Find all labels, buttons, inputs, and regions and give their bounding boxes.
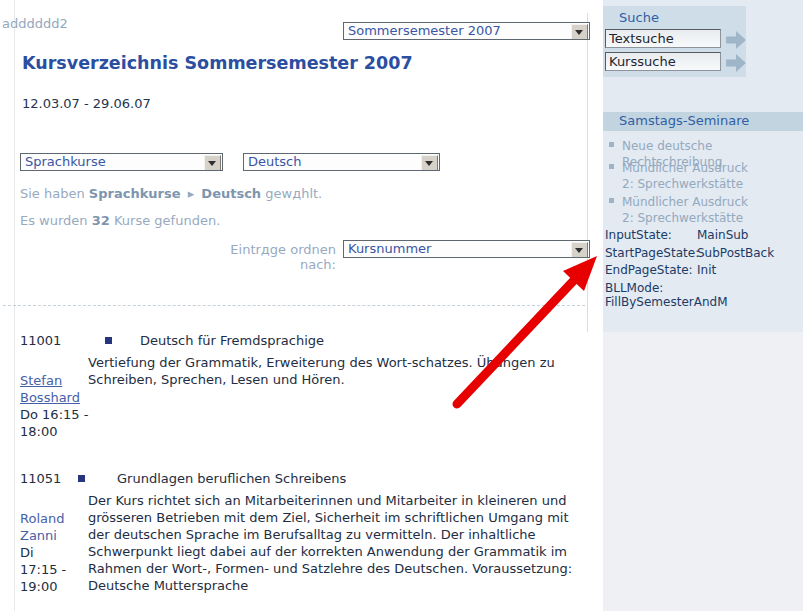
debug-label: StartPageState: — [605, 246, 697, 260]
dropdown-arrow-icon[interactable] — [421, 155, 438, 171]
selection-note: Sie haben Sprachkurse ▸ Deutsch gewдhlt. — [20, 186, 322, 201]
top-left-text: adddddd2 — [2, 16, 68, 31]
seminar-item[interactable]: Mündlicher Ausdruck 2: Sprechwerkstätte — [622, 194, 762, 226]
subcategory-select[interactable]: Deutsch — [243, 153, 440, 171]
sort-select-value: Kursnummer — [348, 241, 431, 256]
course-time-line: Do 16:15 - — [20, 406, 88, 423]
category-select-value: Sprachkurse — [25, 154, 106, 169]
instructor-last-name[interactable]: Bosshard — [20, 389, 80, 406]
course-time: Di 17:15 - 19:00 — [20, 544, 66, 595]
debug-value: MainSub — [697, 228, 749, 242]
selection-note-suffix: gewдhlt. — [265, 186, 322, 201]
course-title: Grundlagen beruflichen Schreibens — [117, 471, 346, 486]
course-search-input[interactable] — [605, 52, 721, 71]
course-bullet-icon — [105, 337, 112, 344]
debug-value: SubPostBack — [697, 246, 774, 260]
course-bullet-icon — [78, 475, 85, 482]
course-number: 11051 — [20, 471, 61, 486]
instructor-link[interactable]: Roland Zanni — [20, 510, 64, 544]
debug-value: FillBySemesterAndM — [605, 295, 728, 309]
debug-row: StartPageState:SubPostBack — [605, 246, 803, 260]
dropdown-arrow-icon[interactable] — [571, 242, 588, 258]
dropdown-arrow-icon[interactable] — [204, 155, 221, 171]
course-time: Do 16:15 - 18:00 — [20, 406, 88, 440]
list-bullet-icon — [609, 198, 614, 203]
debug-row: InputState:MainSub — [605, 228, 803, 242]
text-search-submit-arrow-icon[interactable] — [726, 31, 746, 49]
seminar-item[interactable]: Mündlicher Ausdruck 2: Sprechwerkstätte — [622, 160, 762, 192]
list-bullet-icon — [609, 164, 614, 169]
list-bullet-icon — [609, 142, 614, 147]
course-description: Der Kurs richtet sich an Mitarbeiterinne… — [88, 492, 592, 594]
instructor-first-name[interactable]: Stefan — [20, 372, 80, 389]
dashed-separator — [3, 305, 585, 306]
course-time-line: Di — [20, 544, 66, 561]
debug-label: EndPageState: — [605, 263, 697, 277]
breadcrumb-arrow-icon: ▸ — [188, 186, 195, 201]
seminars-title: Samstags-Seminare — [619, 113, 749, 128]
debug-row: BLLMode:FillBySemesterAndM — [605, 281, 803, 309]
text-search-input[interactable] — [605, 29, 721, 48]
debug-label: BLLMode: — [605, 281, 697, 295]
course-title: Deutsch für Fremdsprachige — [140, 333, 324, 348]
course-time-line: 17:15 - — [20, 561, 66, 578]
course-description: Vertiefung der Grammatik, Erweiterung de… — [88, 354, 560, 388]
semester-select-value: Sommersemester 2007 — [348, 23, 501, 38]
course-directory-page: adddddd2 Sommersemester 2007 Kursverzeic… — [0, 0, 803, 611]
course-search-submit-arrow-icon[interactable] — [726, 54, 746, 72]
results-count: 32 — [92, 213, 110, 228]
course-number: 11001 — [20, 333, 61, 348]
sort-label: Eintrдge ordnen nach: — [200, 242, 336, 272]
search-panel-title: Suche — [619, 10, 659, 25]
instructor-link[interactable]: Stefan Bosshard — [20, 372, 80, 406]
results-note-prefix: Es wurden — [20, 213, 88, 228]
subcategory-select-value: Deutsch — [248, 154, 302, 169]
category-select[interactable]: Sprachkurse — [20, 153, 223, 171]
content-right-border-line — [587, 13, 588, 332]
course-time-line: 19:00 — [20, 578, 66, 595]
selection-note-category: Sprachkurse — [89, 186, 181, 201]
selection-note-subcategory: Deutsch — [201, 186, 261, 201]
debug-value: Init — [697, 263, 716, 277]
debug-label: InputState: — [605, 228, 697, 242]
results-note-suffix: Kurse gefunden. — [114, 213, 220, 228]
semester-select[interactable]: Sommersemester 2007 — [343, 22, 590, 40]
page-title: Kursverzeichnis Sommersemester 2007 — [22, 53, 413, 73]
sort-select[interactable]: Kursnummer — [343, 240, 590, 258]
date-range: 12.03.07 - 29.06.07 — [22, 96, 151, 111]
results-note: Es wurden 32 Kurse gefunden. — [20, 213, 220, 228]
debug-row: EndPageState:Init — [605, 263, 803, 277]
dropdown-arrow-icon[interactable] — [571, 24, 588, 40]
sidebar-lower-background — [603, 332, 803, 611]
instructor-last-name[interactable]: Zanni — [20, 527, 64, 544]
course-time-line: 18:00 — [20, 423, 88, 440]
instructor-first-name[interactable]: Roland — [20, 510, 64, 527]
selection-note-prefix: Sie haben — [20, 186, 85, 201]
